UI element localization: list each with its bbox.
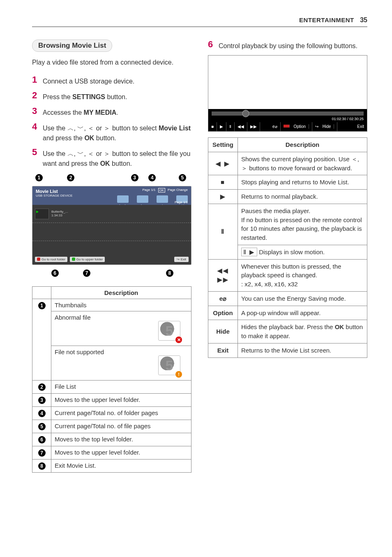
hide-label: Hide bbox=[208, 320, 238, 343]
desc-row: Moves to the top level folder. bbox=[51, 433, 191, 446]
exit-button-label: Exit bbox=[354, 122, 367, 131]
ok-tag: OK bbox=[158, 188, 166, 193]
settings-desc: Ⅱ ▶Displays in slow motion. bbox=[238, 245, 367, 259]
step-text: Connect a USB storage device. bbox=[43, 75, 191, 86]
callout-7: 7 bbox=[38, 449, 46, 457]
right-column: 6 Control playback by using the followin… bbox=[208, 39, 367, 473]
folder-icon bbox=[137, 195, 148, 203]
desc-row: File List bbox=[51, 381, 191, 394]
movie-list-footer: Go to root folder Go to upper folder ↪ E… bbox=[32, 254, 191, 265]
file-thumbnail-icon bbox=[35, 209, 49, 219]
step-6: 6 Control playback by using the followin… bbox=[208, 39, 367, 51]
upper-folder-button: Go to upper folder bbox=[70, 257, 105, 262]
energy-icon: e⌀ bbox=[260, 122, 281, 131]
step-text: Use the ︿, ﹀, ＜ or ＞ button to select Mo… bbox=[43, 122, 191, 143]
pages-top: Page 1/1 bbox=[142, 188, 155, 193]
step-3: 3 Accesses the MY MEDIA. bbox=[32, 106, 191, 118]
settings-desc: Stops playing and returns to Movie List. bbox=[238, 175, 367, 190]
callout-strip-bottom: 6 7 8 bbox=[32, 267, 191, 278]
settings-desc: Whenever this button is pressed, the pla… bbox=[238, 259, 367, 291]
folder-icon bbox=[157, 195, 168, 203]
energy-saving-icon: e⌀ bbox=[219, 295, 226, 302]
unsupported-file-thumb: 5! bbox=[55, 355, 188, 378]
callout-7: 7 bbox=[83, 269, 90, 277]
playback-figure: 01:02:30 / 02:30:25 ■ ▶ Ⅱ ◀◀ ▶▶ e⌀ Optio… bbox=[208, 55, 367, 132]
file-name: Butterfly_... 1:34:33 bbox=[51, 210, 68, 218]
callout-8: 8 bbox=[166, 269, 173, 277]
stop-icon: ■ bbox=[208, 122, 217, 131]
step-2: 2 Press the SETTINGS button. bbox=[32, 91, 191, 102]
seek-icon: ◀ ▶ bbox=[216, 160, 230, 167]
pause-icon: Ⅱ bbox=[226, 122, 235, 131]
error-badge-icon: ✕ bbox=[175, 337, 182, 343]
settings-desc: Pauses the media player. If no button is… bbox=[238, 204, 367, 245]
callout-6: 6 bbox=[51, 269, 59, 277]
callout-1: 1 bbox=[35, 174, 43, 181]
intro-text: Play a video file stored from a connecte… bbox=[32, 58, 191, 67]
content-columns: Browsing Movie List Play a video file st… bbox=[32, 39, 367, 473]
step-number: 5 bbox=[32, 147, 39, 169]
subheading: Browsing Movie List bbox=[32, 39, 112, 52]
settings-desc: Returns to normal playback. bbox=[238, 190, 367, 204]
desc-row: Moves to the upper level folder. bbox=[51, 446, 191, 460]
step-text: Press the SETTINGS button. bbox=[43, 91, 191, 102]
step-1: 1 Connect a USB storage device. bbox=[32, 75, 191, 86]
pause-forward-icon: Ⅱ ▶ bbox=[241, 248, 257, 256]
callout-5: 5 bbox=[38, 423, 46, 430]
desc-row: Current page/Total no. of folder pages bbox=[51, 407, 191, 420]
option-button-label: Option bbox=[281, 122, 312, 131]
rewind-icon: ◀◀ bbox=[235, 122, 247, 131]
root-folder-button: Go to root folder bbox=[35, 257, 67, 262]
desc-row: File not supported 5! bbox=[51, 346, 191, 381]
forward-icon: ▶▶ bbox=[247, 122, 260, 131]
settings-table: Setting Description ◀ ▶ Shows the curren… bbox=[208, 137, 367, 358]
movie-list-tags: Page 1/1 OK Page Change bbox=[142, 188, 188, 193]
nav-arrows-icon: ︿, ﹀, ＜ or ＞ bbox=[67, 125, 111, 132]
play-icon: ▶ bbox=[217, 122, 226, 131]
exit-label: Exit bbox=[208, 343, 238, 357]
step-number: 2 bbox=[32, 91, 39, 102]
section-title: ENTERTAINMENT bbox=[299, 16, 354, 23]
desc-row: Current page/Total no. of file pages bbox=[51, 420, 191, 433]
description-table: Description 1 Thumbnails Abnormal file 5… bbox=[32, 286, 191, 473]
page-header: ENTERTAINMENT 35 bbox=[32, 16, 367, 27]
step-number: 3 bbox=[32, 106, 39, 118]
steps-list: 1 Connect a USB storage device. 2 Press … bbox=[32, 75, 191, 169]
exit-button-label: ↪ Exit bbox=[174, 257, 189, 262]
settings-desc: You can use the Energy Saving mode. bbox=[238, 291, 367, 306]
settings-desc: Returns to the Movie List screen. bbox=[238, 343, 367, 357]
callout-4: 4 bbox=[148, 174, 156, 181]
play-icon: ▶ bbox=[220, 193, 226, 200]
steps-list-continued: 6 Control playback by using the followin… bbox=[208, 39, 367, 51]
movie-list-header: Movie List USB STORAGE DEVICE Page 1/1 O… bbox=[32, 186, 191, 205]
step-text: Use the ︿, ﹀, ＜ or ＞ button to select th… bbox=[43, 147, 191, 169]
callout-1: 1 bbox=[38, 302, 46, 309]
page-number: 35 bbox=[360, 16, 367, 23]
callout-8: 8 bbox=[38, 462, 46, 470]
progress-bar bbox=[212, 111, 364, 116]
nav-arrows-icon: ︿, ﹀, ＜ or ＞ bbox=[67, 150, 111, 157]
option-label: Option bbox=[208, 306, 238, 320]
desc-row: Abnormal file 5✕ bbox=[51, 311, 191, 346]
rewind-forward-icon: ◀◀ ▶▶ bbox=[217, 267, 229, 283]
step-text: Accesses the MY MEDIA. bbox=[43, 106, 191, 118]
settings-header-description: Description bbox=[238, 138, 367, 152]
settings-desc: Hides the playback bar. Press the OK but… bbox=[238, 320, 367, 343]
step-text: Control playback by using the following … bbox=[219, 39, 367, 51]
callout-2: 2 bbox=[67, 174, 74, 181]
callout-3: 3 bbox=[131, 174, 138, 181]
step-5: 5 Use the ︿, ﹀, ＜ or ＞ button to select … bbox=[32, 147, 191, 169]
pause-icon: Ⅱ bbox=[221, 228, 225, 235]
movie-list-row: Butterfly_... 1:34:33 bbox=[32, 205, 191, 223]
left-column: Browsing Movie List Play a video file st… bbox=[32, 39, 191, 473]
movie-list-row-empty bbox=[32, 223, 191, 241]
callout-2: 2 bbox=[38, 383, 46, 391]
settings-desc: A pop-up window will appear. bbox=[238, 306, 367, 320]
callout-5: 5 bbox=[179, 174, 186, 181]
hide-button-label: ↪ Hide bbox=[312, 122, 337, 131]
movie-list-body: Butterfly_... 1:34:33 bbox=[32, 205, 191, 254]
abnormal-file-thumb: 5✕ bbox=[55, 321, 188, 343]
step-4: 4 Use the ︿, ﹀, ＜ or ＞ button to select … bbox=[32, 122, 191, 143]
callout-6: 6 bbox=[38, 436, 46, 443]
movie-list-figure: 1 2 3 4 5 Movie List USB STORAGE DEVICE … bbox=[32, 174, 191, 278]
